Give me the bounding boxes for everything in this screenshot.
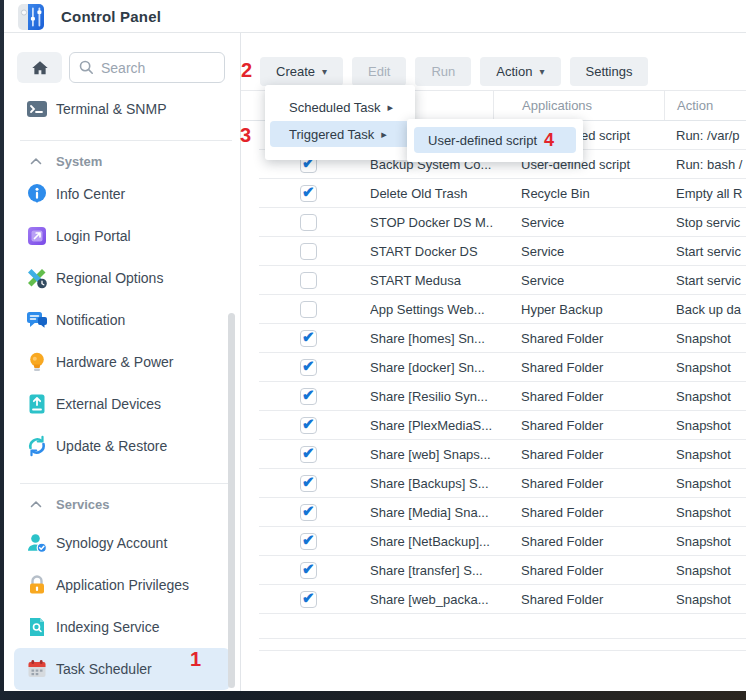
sidebar-item-update-restore[interactable]: Update & Restore bbox=[14, 425, 230, 467]
row-checkbox[interactable] bbox=[300, 475, 317, 492]
table-row[interactable]: Share [transfer] S... Shared Folder Snap… bbox=[241, 556, 746, 585]
sidebar-item-label: Terminal & SNMP bbox=[56, 101, 166, 117]
create-button[interactable]: Create bbox=[260, 57, 343, 86]
sidebar-item-login-portal[interactable]: Login Portal bbox=[14, 215, 230, 257]
task-name: Share [web] Snaps... bbox=[370, 447, 493, 462]
login-portal-icon bbox=[26, 225, 48, 247]
notification-icon bbox=[26, 309, 48, 331]
row-checkbox[interactable] bbox=[300, 446, 317, 463]
window-title: Control Panel bbox=[61, 8, 161, 25]
table-row[interactable]: Share [Media] Sna... Shared Folder Snaps… bbox=[241, 498, 746, 527]
sidebar-item-regional-options[interactable]: Regional Options bbox=[14, 257, 230, 299]
sidebar-item-application-privileges[interactable]: Application Privileges bbox=[14, 564, 230, 606]
table-row[interactable]: START Medusa Service Start servic bbox=[241, 266, 746, 295]
task-action: Back up da bbox=[664, 302, 746, 317]
sidebar-item-notification[interactable]: Notification bbox=[14, 299, 230, 341]
task-application: Shared Folder bbox=[493, 331, 664, 346]
button-label: Run bbox=[431, 64, 455, 79]
info-center-icon bbox=[26, 183, 48, 205]
sidebar-item-label: Info Center bbox=[56, 186, 125, 202]
table-row[interactable]: Share [NetBackup]... Shared Folder Snaps… bbox=[241, 527, 746, 556]
create-dropdown-menu: Scheduled Task Triggered Task bbox=[265, 85, 415, 160]
task-application: Shared Folder bbox=[493, 447, 664, 462]
settings-button[interactable]: Settings bbox=[570, 57, 649, 86]
column-header-action[interactable]: Action bbox=[664, 91, 746, 120]
sidebar-scrollbar[interactable] bbox=[228, 313, 235, 688]
button-label: Create bbox=[276, 64, 315, 79]
toolbar: Create Edit Run Action Settings bbox=[260, 57, 746, 86]
task-action: Run: /var/p bbox=[664, 128, 746, 143]
desktop-background: Control Panel bbox=[0, 0, 746, 700]
task-action: Stop servic bbox=[664, 215, 746, 230]
empty-row-divider bbox=[259, 650, 746, 651]
task-action: Empty all R bbox=[664, 186, 746, 201]
menu-item-label: Scheduled Task bbox=[289, 100, 381, 115]
table-row[interactable]: START Docker DS Service Start servic bbox=[241, 237, 746, 266]
row-checkbox[interactable] bbox=[300, 185, 317, 202]
home-button[interactable] bbox=[17, 52, 62, 83]
row-checkbox[interactable] bbox=[300, 562, 317, 579]
padlock-icon bbox=[26, 574, 48, 596]
run-button[interactable]: Run bbox=[415, 57, 471, 86]
task-application: Service bbox=[493, 244, 664, 259]
row-checkbox[interactable] bbox=[300, 388, 317, 405]
edit-button[interactable]: Edit bbox=[352, 57, 406, 86]
task-name: Share [NetBackup]... bbox=[370, 534, 493, 549]
sidebar-divider bbox=[20, 483, 232, 484]
task-application: Service bbox=[493, 273, 664, 288]
sidebar-item-hardware-power[interactable]: Hardware & Power bbox=[14, 341, 230, 383]
section-header-system[interactable]: System bbox=[4, 149, 240, 173]
task-name: Share [PlexMediaS... bbox=[370, 418, 493, 433]
table-row[interactable]: Share [homes] Sn... Shared Folder Snapsh… bbox=[241, 324, 746, 353]
table-row[interactable]: Share [PlexMediaS... Shared Folder Snaps… bbox=[241, 411, 746, 440]
row-checkbox[interactable] bbox=[300, 504, 317, 521]
document-search-icon bbox=[26, 616, 48, 638]
row-checkbox[interactable] bbox=[300, 330, 317, 347]
sidebar-item-synology-account[interactable]: Synology Account bbox=[14, 522, 230, 564]
lightbulb-icon bbox=[26, 351, 48, 373]
row-checkbox[interactable] bbox=[300, 301, 317, 318]
sidebar-item-terminal-snmp[interactable]: Terminal & SNMP bbox=[4, 94, 240, 124]
row-checkbox[interactable] bbox=[300, 533, 317, 550]
sidebar-item-label: Application Privileges bbox=[56, 577, 189, 593]
menu-item-triggered-task[interactable]: Triggered Task bbox=[270, 121, 410, 147]
task-action: Snapshot bbox=[664, 389, 746, 404]
task-application: Shared Folder bbox=[493, 389, 664, 404]
task-action: Snapshot bbox=[664, 534, 746, 549]
sidebar-item-indexing-service[interactable]: Indexing Service bbox=[14, 606, 230, 648]
search-box bbox=[69, 52, 225, 83]
table-row[interactable]: Share [docker] Sn... Shared Folder Snaps… bbox=[241, 353, 746, 382]
row-checkbox[interactable] bbox=[300, 243, 317, 260]
table-row[interactable]: Delete Old Trash Recycle Bin Empty all R bbox=[241, 179, 746, 208]
table-row[interactable]: STOP Docker DS M... Service Stop servic bbox=[241, 208, 746, 237]
button-label: Settings bbox=[586, 64, 633, 79]
sidebar-item-label: Regional Options bbox=[56, 270, 163, 286]
sidebar-item-external-devices[interactable]: External Devices bbox=[14, 383, 230, 425]
table-row[interactable]: Share [Resilio Syn... Shared Folder Snap… bbox=[241, 382, 746, 411]
row-checkbox[interactable] bbox=[300, 591, 317, 608]
action-button[interactable]: Action bbox=[480, 57, 560, 86]
sidebar-item-label: Hardware & Power bbox=[56, 354, 174, 370]
menu-item-label: User-defined script bbox=[428, 133, 537, 148]
sidebar-item-info-center[interactable]: Info Center bbox=[14, 173, 230, 215]
task-application: Hyper Backup bbox=[493, 302, 664, 317]
task-name: Delete Old Trash bbox=[370, 186, 493, 201]
column-header-applications[interactable]: Applications bbox=[493, 91, 664, 120]
menu-item-scheduled-task[interactable]: Scheduled Task bbox=[270, 94, 410, 120]
row-checkbox[interactable] bbox=[300, 272, 317, 289]
section-header-services[interactable]: Services bbox=[4, 492, 240, 516]
row-checkbox[interactable] bbox=[300, 417, 317, 434]
row-checkbox[interactable] bbox=[300, 359, 317, 376]
submenu-arrow-icon bbox=[388, 101, 394, 114]
table-row[interactable]: Share [web_packa... Shared Folder Snapsh… bbox=[241, 585, 746, 614]
table-row[interactable]: Share [web] Snaps... Shared Folder Snaps… bbox=[241, 440, 746, 469]
sidebar-item-label: Notification bbox=[56, 312, 125, 328]
section-label: Services bbox=[56, 497, 110, 512]
row-checkbox[interactable] bbox=[300, 214, 317, 231]
table-row[interactable]: Share [Backups] S... Shared Folder Snaps… bbox=[241, 469, 746, 498]
task-action: Snapshot bbox=[664, 331, 746, 346]
task-name: Share [Resilio Syn... bbox=[370, 389, 493, 404]
table-row[interactable]: App Settings Web... Hyper Backup Back up… bbox=[241, 295, 746, 324]
menu-item-user-defined-script[interactable]: User-defined script 4 bbox=[414, 127, 576, 153]
external-drive-icon bbox=[26, 393, 48, 415]
